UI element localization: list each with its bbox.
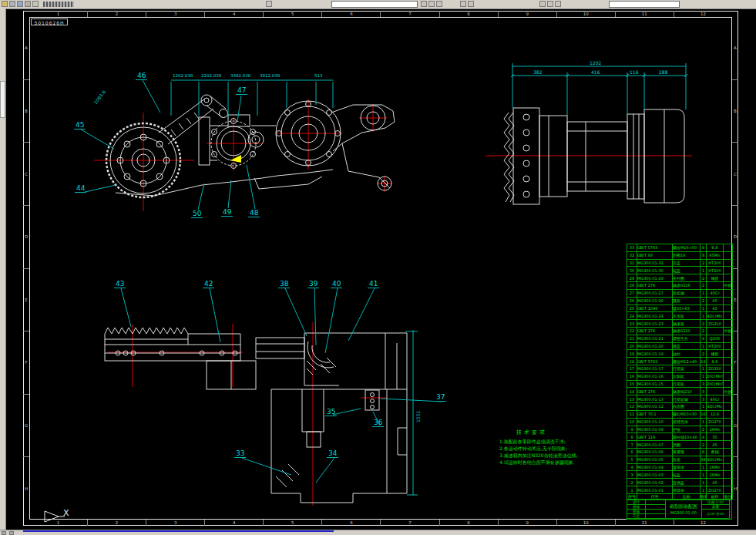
layer-combo[interactable]: [331, 1, 418, 8]
toolbar-button[interactable]: [468, 1, 474, 7]
zone-label: 7: [380, 520, 438, 526]
zone-numbers-top: 123456789101112: [29, 11, 732, 17]
callout-33: 33: [234, 449, 246, 458]
left-scrollbar-thumb[interactable]: [0, 81, 5, 118]
callout-47: 47: [236, 86, 247, 95]
toolbar-button[interactable]: [547, 1, 553, 7]
left-dock-strip: [0, 8, 6, 530]
parts-list-table: 33GB/T 5783螺栓M16×50 88.8 32GB/T 93垫圈16 8…: [627, 244, 733, 500]
zone-label: 4: [204, 11, 263, 17]
linetype-icon[interactable]: [436, 1, 442, 7]
zone-label: G: [732, 394, 738, 457]
parts-list-row: 31MG300.01-31压盖 2HT200: [627, 259, 733, 267]
callout-39: 39: [307, 280, 319, 288]
zone-label: 8: [439, 11, 498, 17]
bottom-button[interactable]: [9, 531, 14, 535]
zone-label: F: [23, 331, 29, 394]
toolbar-button[interactable]: [460, 1, 466, 7]
callout-41: 41: [368, 280, 379, 288]
parts-list-row: 12MG300.01-12内齿圈 142CrMo: [627, 403, 733, 411]
zone-label: 12: [674, 11, 732, 17]
zone-label: B: [23, 79, 29, 143]
scale-value: 1:10: [716, 500, 724, 504]
parts-list-row: 7MG300.01-07挡圈 245: [627, 441, 733, 449]
parts-list-row: 26MG300.01-26隔套 245: [627, 297, 733, 305]
zone-label: 11: [615, 520, 674, 526]
zone-label: D: [23, 205, 29, 268]
zone-label: E: [23, 268, 29, 331]
parts-list-row: 1MG300.01-01摇臂体 1ZG270: [627, 486, 733, 494]
parts-list-row: 17MG300.01-17行星架 1ZG310: [627, 365, 733, 373]
parts-list-row: 9MG300.01-09护板 216Mn: [627, 426, 733, 433]
zone-label: 5: [263, 520, 321, 526]
zone-label: 7: [380, 11, 438, 17]
zone-label: B: [732, 79, 738, 143]
drawing-canvas[interactable]: 123456789101112 123456789101112 ABCDEFGH…: [0, 0, 756, 535]
view3-geometry: [105, 328, 407, 503]
sheet-stamp: 5010626H: [31, 19, 68, 25]
callout-46: 46: [136, 72, 147, 80]
dim-label: 1202: [590, 60, 601, 66]
save-icon[interactable]: [17, 1, 23, 7]
parts-list-row: 23MG300.01-23轴承座 2ZG310: [627, 320, 733, 328]
toolbar-button[interactable]: [539, 1, 546, 7]
print-icon[interactable]: [25, 1, 31, 7]
zone-label: A: [732, 17, 738, 79]
highlight-marker: [230, 155, 241, 163]
callout-34: 34: [327, 449, 338, 458]
color-icon[interactable]: [428, 1, 435, 7]
zone-label: 10: [556, 11, 615, 17]
new-icon[interactable]: [2, 1, 8, 7]
plot-icon[interactable]: [32, 1, 39, 7]
scale-label: 比例: [707, 500, 714, 504]
parts-list-row: 2MG300.01-02连接盘 145: [627, 479, 733, 486]
parts-list-row: 28GB/T 276轴承6216 2外购: [627, 282, 733, 290]
bottom-button[interactable]: [2, 531, 6, 535]
callout-38: 38: [278, 280, 290, 288]
parts-list-row: 14GB/T 276轴承NJ210 3外购: [627, 388, 733, 395]
zone-label: E: [732, 268, 738, 331]
dim-label: 2202.036: [201, 73, 221, 79]
parts-list-row: 8GB/T 119圆柱销10×40 435: [627, 433, 733, 441]
zone-letters-left: ABCDEFGH: [23, 17, 29, 520]
parts-list-row: 32GB/T 93垫圈16 865Mn: [627, 251, 733, 259]
dim-label: 1551: [415, 411, 421, 422]
layer-toggle-icon[interactable]: [421, 1, 427, 7]
view1-geometry: [106, 95, 395, 197]
parts-list-row: 5MG300.01-05齿座 3842CrMo: [627, 456, 733, 463]
drawing-name: 截割部装配图: [670, 503, 697, 510]
bottom-strip: [0, 530, 756, 535]
parts-list-row: 24MG300.01-24大齿轮 142CrMo: [627, 312, 733, 320]
zone-label: 5: [263, 11, 321, 17]
zone-label: 4: [204, 520, 263, 526]
open-icon[interactable]: [9, 1, 15, 7]
parts-list-header: 序号代号名称 数量材料备注: [627, 494, 733, 500]
zone-label: F: [732, 331, 738, 394]
callout-36: 36: [372, 419, 384, 427]
callout-37: 37: [435, 393, 446, 402]
zone-letters-right: ABCDEFGH: [732, 17, 738, 520]
sheet-count-cell: 共1张 第1张: [702, 510, 730, 519]
zone-label: 6: [321, 11, 380, 17]
parts-list-row: 33GB/T 5783螺栓M16×50 88.8: [627, 244, 733, 252]
dim-label: 382: [533, 69, 542, 75]
parts-list-row: 20MG300.01-20透盖 1HT200: [627, 342, 733, 350]
style-combo[interactable]: [609, 1, 680, 8]
zone-label: C: [732, 142, 738, 205]
top-toolbar: [0, 0, 756, 9]
toolbar-button[interactable]: [266, 1, 272, 7]
callout-48: 48: [248, 209, 260, 217]
toolbar-button[interactable]: [555, 1, 561, 7]
view-direction-label: X: [63, 508, 69, 518]
parts-list-row: 4MG300.01-04滚筒体 116Mn: [627, 463, 733, 471]
callout-50: 50: [191, 210, 203, 218]
parts-list-row: 27MG300.01-27齿轮轴 140Cr: [627, 289, 733, 297]
dim-label: 3812.038: [260, 73, 280, 79]
zone-label: 1: [29, 520, 87, 526]
callout-35: 35: [325, 408, 337, 416]
dim-label: 416: [591, 69, 600, 75]
parts-list-row: 18GB/T 5782螺栓M12×40 128.8: [627, 358, 733, 365]
parts-list-row: 6MG300.01-06喷雾嘴 6黄铜: [627, 448, 733, 456]
zone-label: 9: [498, 520, 556, 526]
title-block-label: 工艺: [627, 514, 646, 519]
